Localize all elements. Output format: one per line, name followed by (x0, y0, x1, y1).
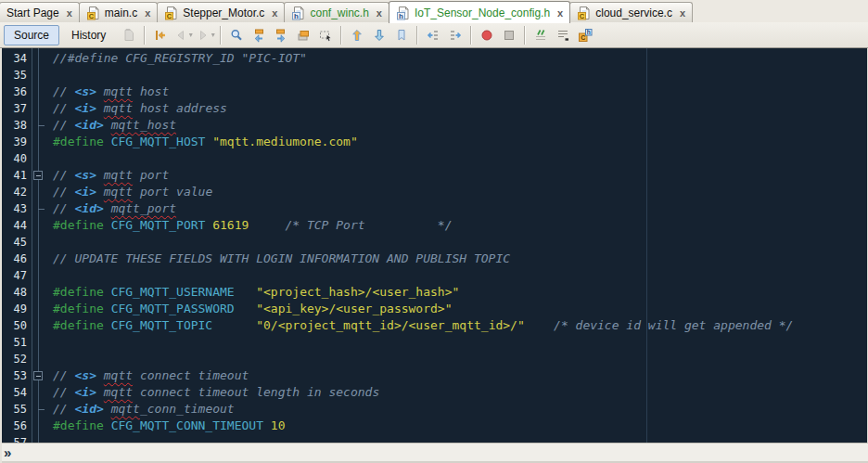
editor-left-edge (0, 48, 2, 463)
tab-close-icon[interactable]: x (680, 8, 685, 18)
code-text (46, 67, 53, 84)
shift-line-left-icon[interactable] (423, 25, 443, 45)
start-macro-recording-icon[interactable] (477, 25, 497, 45)
code-text: // <s> mqtt port (46, 167, 169, 184)
code-line[interactable]: 38// <id> mqtt_host (0, 117, 868, 134)
find-previous-icon[interactable] (249, 25, 269, 45)
line-number[interactable]: 42 (0, 184, 32, 200)
rectangular-selection-icon[interactable] (315, 25, 336, 45)
line-number[interactable]: 48 (0, 284, 32, 301)
back-to-last-edit-icon[interactable] (150, 25, 171, 45)
code-text: //#define CFG_REGISTRY_ID "PIC-IOT" (46, 50, 307, 67)
back-icon[interactable]: ▾ (172, 25, 193, 45)
code-line[interactable]: 56#define CFG_MQTT_CONN_TIMEOUT 10 (0, 418, 868, 434)
toggle-header-source-icon[interactable]: Ch (575, 25, 595, 45)
tab-close-icon[interactable]: x (557, 8, 563, 18)
code-line[interactable]: 54// <i> mqtt connect timeout length in … (0, 384, 868, 401)
previous-bookmark-icon[interactable] (347, 25, 367, 45)
toggle-highlight-icon[interactable] (293, 25, 313, 45)
line-number[interactable]: 57 (0, 434, 32, 443)
line-number[interactable]: 41 (0, 167, 32, 184)
tab-stepper-motor-c[interactable]: CStepper_Motor.cx (157, 2, 285, 22)
tab-close-icon[interactable]: x (67, 8, 72, 18)
next-bookmark-icon[interactable] (369, 25, 389, 45)
code-line[interactable]: 35 (0, 67, 868, 84)
line-number[interactable]: 44 (0, 217, 32, 234)
code-line[interactable]: 37// <i> mqtt host address (0, 100, 868, 117)
find-next-icon[interactable] (271, 25, 291, 45)
code-line[interactable]: 42// <i> mqtt port value (0, 184, 868, 200)
code-line[interactable]: 48#define CFG_MQTT_USERNAME "<project_ha… (0, 284, 868, 301)
source-button[interactable]: Source (4, 25, 59, 45)
line-number[interactable]: 53 (0, 367, 32, 384)
code-line[interactable]: 52 (0, 351, 868, 367)
tab-close-icon[interactable]: x (145, 8, 150, 18)
tab-conf-winc-h[interactable]: hconf_winc.hx (284, 2, 389, 22)
line-number[interactable]: 46 (0, 251, 32, 267)
code-line[interactable]: 49#define CFG_MQTT_PASSWORD "<api_key>/<… (0, 301, 868, 317)
code-line[interactable]: 46// UPDATE THESE FIELDS WITH LOGIN INFO… (0, 251, 868, 267)
code-text (46, 267, 53, 284)
code-text (46, 351, 53, 367)
h-file-icon: h (396, 6, 411, 20)
code-line[interactable]: 51 (0, 334, 868, 351)
line-number[interactable]: 39 (0, 134, 32, 150)
code-text: #define CFG_MQTT_PASSWORD "<api_key>/<us… (46, 301, 453, 317)
toggle-bookmark-icon[interactable] (391, 25, 412, 45)
fold-margin (32, 301, 46, 317)
code-line[interactable]: 53// <s> mqtt connect timeout (0, 367, 868, 384)
line-number[interactable]: 56 (0, 418, 32, 434)
breadcrumb-chevron-icon[interactable]: » (4, 446, 11, 459)
code-line[interactable]: 57 (0, 434, 868, 443)
line-number[interactable]: 47 (0, 267, 32, 284)
line-number[interactable]: 35 (0, 67, 32, 84)
line-number[interactable]: 45 (0, 234, 32, 251)
editor-tab-bar: Start PagexCmain.cxCStepper_Motor.cxhcon… (0, 0, 868, 23)
code-line[interactable]: 41// <s> mqtt port (0, 167, 868, 184)
code-editor[interactable]: 34//#define CFG_REGISTRY_ID "PIC-IOT"353… (0, 48, 868, 443)
editor-toolbar: SourceHistory▾▾Ch (0, 22, 868, 48)
fold-margin (32, 100, 46, 117)
line-number[interactable]: 51 (0, 334, 32, 351)
tab-main-c[interactable]: Cmain.cx (79, 2, 158, 22)
uncomment-icon[interactable] (553, 25, 573, 45)
stop-macro-recording-icon[interactable] (499, 25, 519, 45)
code-line[interactable]: 40 (0, 150, 868, 167)
tab-close-icon[interactable]: x (377, 8, 382, 18)
fold-collapse-icon[interactable] (33, 371, 43, 380)
tab-cloud-service-c[interactable]: Ccloud_service.cx (569, 2, 693, 22)
line-number[interactable]: 38 (0, 117, 32, 134)
history-button[interactable]: History (61, 25, 116, 45)
fold-collapse-icon[interactable] (33, 171, 43, 180)
tab-close-icon[interactable]: x (272, 8, 277, 18)
line-number[interactable]: 49 (0, 301, 32, 317)
comment-icon[interactable] (530, 25, 551, 45)
code-line[interactable]: 47 (0, 267, 868, 284)
toolbar-separator (524, 26, 526, 45)
line-number[interactable]: 43 (0, 200, 32, 217)
code-line[interactable]: 55// <id> mqtt_conn_timeout (0, 401, 868, 418)
shift-line-right-icon[interactable] (445, 25, 466, 45)
line-number[interactable]: 50 (0, 317, 32, 334)
line-number[interactable]: 55 (0, 401, 32, 418)
line-number[interactable]: 34 (0, 50, 32, 67)
fold-margin (32, 84, 46, 100)
find-selection-icon[interactable] (226, 25, 247, 45)
code-line[interactable]: 39#define CFG_MQTT_HOST "mqtt.mediumone.… (0, 134, 868, 150)
code-line[interactable]: 50#define CFG_MQTT_TOPIC "0/<project_mqt… (0, 317, 868, 334)
tab-iot-sensor-node-config-h[interactable]: hIoT_Sensor_Node_config.hx (389, 1, 570, 23)
tab-start-page[interactable]: Start Pagex (0, 2, 80, 22)
code-line[interactable]: 44#define CFG_MQTT_PORT 61619 /* TCP Por… (0, 217, 868, 234)
line-number[interactable]: 54 (0, 384, 32, 401)
code-line[interactable]: 43// <id> mqtt_port (0, 200, 868, 217)
last-edited-icon[interactable] (119, 25, 139, 45)
code-line[interactable]: 45 (0, 234, 868, 251)
code-line[interactable]: 34//#define CFG_REGISTRY_ID "PIC-IOT" (0, 50, 868, 67)
line-number[interactable]: 40 (0, 150, 32, 167)
code-line[interactable]: 36// <s> mqtt host (0, 84, 868, 100)
line-number[interactable]: 52 (0, 351, 32, 367)
forward-icon[interactable]: ▾ (195, 25, 215, 45)
line-number[interactable]: 37 (0, 100, 32, 117)
code-text: // <i> mqtt port value (46, 184, 212, 200)
line-number[interactable]: 36 (0, 84, 32, 100)
